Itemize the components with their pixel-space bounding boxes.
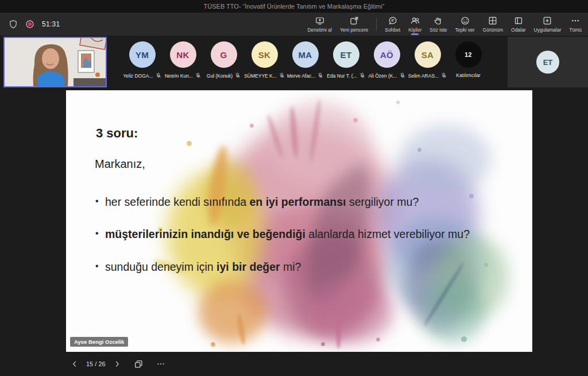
participant-tile[interactable]: YM Yeliz DOGA... [122, 36, 163, 89]
button-label: Denetimi al [307, 27, 332, 33]
bullet-marker: • [95, 228, 99, 239]
button-label: Söz iste [430, 27, 447, 33]
participant-tile[interactable]: NK Nesrin Kun... [163, 36, 203, 89]
button-label: Uygulamalar [534, 27, 562, 33]
mic-muted-icon [235, 72, 241, 79]
slide-thumbnails-icon [134, 360, 143, 369]
participant-name: Selim ARAS... [408, 73, 439, 79]
button-label: Sohbet [385, 27, 400, 33]
chevron-left-icon [71, 360, 79, 368]
webcam-video-placeholder [5, 38, 106, 86]
participant-name: Merve Afac... [287, 73, 316, 79]
breakout-rooms-icon [514, 16, 523, 25]
avatar: G [211, 41, 237, 68]
participant-tile[interactable]: AÖ Ali Özen (K... [366, 36, 407, 89]
avatar: AÖ [374, 41, 400, 68]
previous-slide-button[interactable] [68, 357, 82, 371]
shield-icon [9, 20, 18, 29]
avatar: ET [333, 41, 359, 68]
more-ellipsis-icon [571, 16, 580, 25]
participants-overflow-tile[interactable]: 12 Katılımcılar [448, 36, 489, 89]
screen-control-icon [315, 16, 324, 25]
next-slide-button[interactable] [110, 357, 124, 371]
avatar: SA [415, 41, 441, 68]
mic-muted-icon [156, 72, 161, 79]
toolbar-buttons: Denetimi al Yeni pencere Sohbet [303, 13, 588, 36]
slide-thumbnails-button[interactable] [132, 357, 146, 371]
rooms-button[interactable]: Odalar [507, 13, 530, 36]
recording-indicator-icon [25, 20, 34, 29]
button-label: Tümü [569, 27, 582, 33]
react-button[interactable]: Tepki ver [451, 13, 479, 36]
slide-heading: 3 soru: [96, 126, 138, 141]
mic-muted-icon [318, 72, 323, 79]
view-button[interactable]: Görünüm [479, 13, 507, 36]
mic-muted-icon [441, 72, 447, 79]
teams-meeting-window: TÜSEB TTO- “İnovatif Ürünlerde Tanıtım v… [0, 0, 588, 376]
button-label: Yeni pencere [340, 27, 368, 33]
participant-name: SÜMEYYE K... [244, 73, 277, 79]
participant-tile[interactable]: SA Selim ARAS... [407, 36, 448, 89]
mic-muted-icon [279, 72, 285, 79]
bullet-marker: • [95, 196, 99, 206]
participant-tile[interactable]: SK SÜMEYYE K... [244, 36, 285, 89]
chat-icon [388, 16, 397, 25]
people-button[interactable]: Kişiler [404, 13, 425, 36]
participant-name: Ali Özen (K... [368, 73, 397, 79]
window-title-bar: TÜSEB TTO- “İnovatif Ürünlerde Tanıtım v… [0, 0, 588, 13]
bullet-marker: • [95, 261, 99, 271]
layout-grid-icon [488, 16, 497, 25]
meeting-title: TÜSEB TTO- “İnovatif Ürünlerde Tanıtım v… [204, 3, 385, 10]
participant-tile[interactable]: ET Eda Nur T. (... [326, 36, 366, 89]
new-window-button[interactable]: Yeni pencere [336, 13, 372, 36]
button-label: Kişiler [408, 27, 421, 33]
slide-navigation-bar: 15 / 26 [0, 352, 588, 376]
participant-filmstrip: YM Yeliz DOGA... NK Nesrin Kun... G Gul … [0, 36, 588, 89]
participant-name: Nesrin Kun... [165, 73, 193, 79]
toolbar-divider [376, 18, 377, 30]
popout-window-icon [350, 16, 359, 25]
participant-name: Gul (Konuk) [207, 73, 233, 79]
participant-tile[interactable]: MA Merve Afac... [285, 36, 326, 89]
mic-muted-icon [195, 72, 201, 79]
avatar: NK [170, 41, 196, 68]
active-speaker-video[interactable] [3, 37, 107, 87]
emoji-icon [461, 16, 470, 25]
participants-overflow-label: Katılımcılar [456, 72, 481, 78]
slide-bullet: •her seferinde kendi sınıfında en iyi pe… [105, 195, 419, 209]
more-button[interactable]: Tümü [565, 13, 586, 36]
participant-name: Eda Nur T. (... [327, 73, 357, 79]
mic-muted-icon [359, 72, 365, 79]
apps-plus-icon [543, 16, 552, 25]
more-slide-options-button[interactable] [154, 357, 168, 371]
raise-hand-icon [434, 16, 443, 25]
button-label: Tepki ver [455, 27, 475, 33]
pinned-participant-tile[interactable]: ET [508, 37, 588, 87]
meeting-timer: 51:31 [42, 20, 60, 28]
avatar: ET [536, 51, 559, 74]
slide-bullet: •müşterilerinizin inandığı ve beğendiği … [105, 228, 470, 241]
meeting-toolbar: 51:31 Denetimi al Yeni pencere [0, 13, 588, 36]
slide-page-indicator: 15 / 26 [86, 360, 106, 367]
avatar: MA [292, 41, 319, 68]
avatar: SK [252, 41, 278, 68]
chevron-right-icon [113, 360, 121, 368]
chat-button[interactable]: Sohbet [381, 13, 404, 36]
take-control-button[interactable]: Denetimi al [303, 13, 336, 36]
raise-hand-button[interactable]: Söz iste [425, 13, 451, 36]
avatar: YM [129, 41, 156, 68]
slide-subheading: Markanız, [95, 158, 145, 171]
participants-count-badge: 12 [455, 41, 482, 68]
mic-muted-icon [400, 72, 405, 79]
button-label: Görünüm [483, 27, 503, 33]
toolbar-status-group: 51:31 [0, 20, 60, 29]
slide-bullet: •sunduğu deneyim için iyi bir değer mi? [105, 260, 301, 274]
participant-tile[interactable]: G Gul (Konuk) [203, 36, 244, 89]
presenter-name-tag: Ayse Bengi Ozcelik [70, 337, 128, 347]
more-ellipsis-icon [156, 359, 165, 369]
apps-button[interactable]: Uygulamalar [530, 13, 566, 36]
button-label: Odalar [511, 27, 526, 33]
participant-avatar-row: YM Yeliz DOGA... NK Nesrin Kun... G Gul … [122, 36, 489, 89]
shared-presentation-slide[interactable]: 3 soru: Markanız, •her seferinde kendi s… [66, 90, 532, 352]
people-icon [411, 16, 420, 25]
